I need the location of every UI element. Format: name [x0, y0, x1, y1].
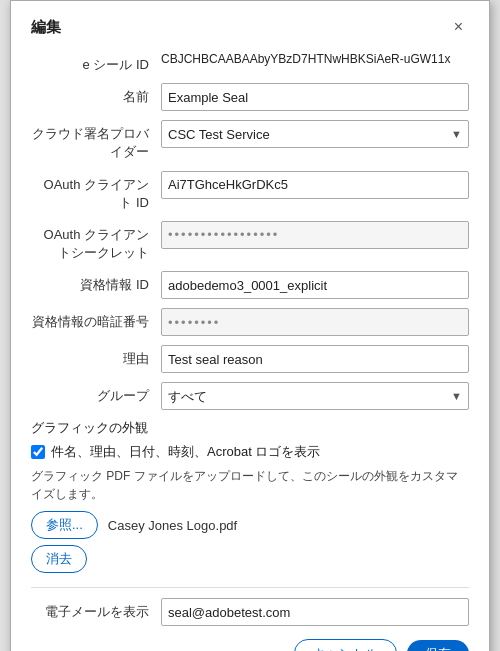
- credential-id-row: 資格情報 ID: [31, 271, 469, 299]
- oauth-client-secret-row: OAuth クライアントシークレット: [31, 221, 469, 262]
- group-control: すべて ▼: [161, 382, 469, 410]
- dialog-title: 編集: [31, 18, 61, 37]
- cloud-provider-control: CSC Test Service ▼: [161, 120, 469, 148]
- reason-control: [161, 345, 469, 373]
- oauth-client-secret-input[interactable]: [161, 221, 469, 249]
- dialog-footer: キャンセル 保存: [31, 639, 469, 651]
- oauth-client-id-label: OAuth クライアント ID: [31, 171, 161, 212]
- email-row: 電子メールを表示: [31, 598, 469, 626]
- form-body: e シール ID CBJCHBCAABAAbyYBzD7HTNwHBKSiAeR…: [31, 51, 469, 635]
- browse-button[interactable]: 参照...: [31, 511, 98, 539]
- save-button[interactable]: 保存: [407, 640, 469, 651]
- graphics-section-label: グラフィックの外観: [31, 419, 469, 437]
- file-name-label: Casey Jones Logo.pdf: [108, 518, 237, 533]
- credential-pin-input[interactable]: [161, 308, 469, 336]
- email-control: [161, 598, 469, 626]
- email-label: 電子メールを表示: [31, 598, 161, 621]
- cloud-provider-label: クラウド署名プロバイダー: [31, 120, 161, 161]
- credential-pin-control: [161, 308, 469, 336]
- checkbox-row: 件名、理由、日付、時刻、Acrobat ロゴを表示: [31, 443, 469, 461]
- browse-row: 参照... Casey Jones Logo.pdf: [31, 511, 469, 539]
- display-checkbox-label[interactable]: 件名、理由、日付、時刻、Acrobat ロゴを表示: [51, 443, 320, 461]
- reason-input[interactable]: [161, 345, 469, 373]
- eseal-id-row: e シール ID CBJCHBCAABAAbyYBzD7HTNwHBKSiAeR…: [31, 51, 469, 74]
- name-input[interactable]: [161, 83, 469, 111]
- oauth-client-id-input[interactable]: [161, 171, 469, 199]
- edit-dialog: 編集 × e シール ID CBJCHBCAABAAbyYBzD7HTNwHBK…: [10, 0, 490, 651]
- credential-pin-label: 資格情報の暗証番号: [31, 308, 161, 331]
- eseal-id-control: CBJCHBCAABAAbyYBzD7HTNwHBKSiAeR-uGW11x: [161, 51, 469, 66]
- group-select-wrapper: すべて ▼: [161, 382, 469, 410]
- name-label: 名前: [31, 83, 161, 106]
- credential-id-control: [161, 271, 469, 299]
- name-control: [161, 83, 469, 111]
- credential-pin-row: 資格情報の暗証番号: [31, 308, 469, 336]
- oauth-client-id-row: OAuth クライアント ID: [31, 171, 469, 212]
- credential-id-input[interactable]: [161, 271, 469, 299]
- close-button[interactable]: ×: [448, 17, 469, 37]
- graphic-description: グラフィック PDF ファイルをアップロードして、このシールの外観をカスタマイズ…: [31, 467, 469, 503]
- reason-label: 理由: [31, 345, 161, 368]
- name-row: 名前: [31, 83, 469, 111]
- divider: [31, 587, 469, 588]
- eseal-id-value: CBJCHBCAABAAbyYBzD7HTNwHBKSiAeR-uGW11x: [161, 47, 450, 66]
- oauth-client-id-control: [161, 171, 469, 199]
- eseal-id-label: e シール ID: [31, 51, 161, 74]
- display-checkbox[interactable]: [31, 445, 45, 459]
- delete-btn-wrapper: 消去: [31, 545, 469, 583]
- reason-row: 理由: [31, 345, 469, 373]
- dialog-header: 編集 ×: [31, 17, 469, 37]
- cloud-provider-select[interactable]: CSC Test Service: [161, 120, 469, 148]
- oauth-client-secret-label: OAuth クライアントシークレット: [31, 221, 161, 262]
- oauth-client-secret-control: [161, 221, 469, 249]
- email-input[interactable]: [161, 598, 469, 626]
- credential-id-label: 資格情報 ID: [31, 271, 161, 294]
- group-select[interactable]: すべて: [161, 382, 469, 410]
- group-row: グループ すべて ▼: [31, 382, 469, 410]
- cancel-button[interactable]: キャンセル: [294, 639, 397, 651]
- cloud-provider-row: クラウド署名プロバイダー CSC Test Service ▼: [31, 120, 469, 161]
- group-label: グループ: [31, 382, 161, 405]
- delete-button[interactable]: 消去: [31, 545, 87, 573]
- cloud-provider-select-wrapper: CSC Test Service ▼: [161, 120, 469, 148]
